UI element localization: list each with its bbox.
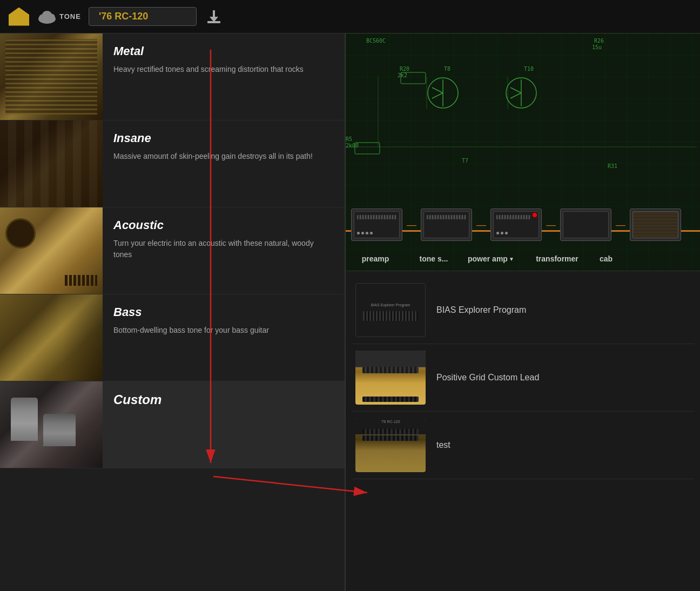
category-title-metal: Metal <box>113 44 334 58</box>
category-desc-acoustic: Turn your electric into an acoustic with… <box>113 238 334 260</box>
amp-thumb-pg-lead <box>355 351 426 405</box>
bias-explorer-label: BIAS Explorer Program <box>368 299 414 311</box>
svg-point-3 <box>42 11 52 19</box>
cab-img <box>632 211 678 238</box>
preamp-img <box>354 211 400 238</box>
cloud-icon <box>37 9 57 24</box>
category-title-custom: Custom <box>113 392 334 407</box>
chain-separator-1: — <box>407 219 416 231</box>
chain-label-preamp: preamp <box>351 254 400 263</box>
power-amp-dropdown-icon[interactable]: ▼ <box>509 256 514 262</box>
amp-list-item-bias-explorer[interactable]: BIAS Explorer Program BIAS Explorer Prog… <box>351 277 695 344</box>
amp-name-bias-explorer: BIAS Explorer Program <box>436 305 526 315</box>
amp-lead-grill <box>362 397 419 402</box>
category-title-acoustic: Acoustic <box>113 218 334 232</box>
amp-chain-row: — — <box>346 209 700 241</box>
category-info-custom: Custom <box>103 381 345 468</box>
home-icon[interactable] <box>9 8 29 26</box>
preset-name: '76 RC-120 <box>99 11 148 22</box>
category-desc-bass: Bottom-dwelling bass tone for your bass … <box>113 325 334 336</box>
category-thumb-acoustic <box>0 207 103 294</box>
tone-logo[interactable]: TONE <box>37 9 81 24</box>
circuit-lines <box>346 33 700 174</box>
amp-list-item-test[interactable]: '76 RC-120 test <box>351 412 695 479</box>
tone-stack-component[interactable] <box>421 209 472 241</box>
amp-list-area[interactable]: BIAS Explorer Program BIAS Explorer Prog… <box>346 271 700 591</box>
category-item-insane[interactable]: Insane Massive amount of skin-peeling ga… <box>0 120 345 207</box>
right-panel: BC560C R20 2k2 R5 2k00 R26 15u T8 T10 T7… <box>346 33 700 591</box>
category-desc-metal: Heavy rectified tones and screaming dist… <box>113 64 334 75</box>
transformer-img <box>563 211 609 238</box>
main-layout: Metal Heavy rectified tones and screamin… <box>0 33 700 591</box>
amp-name-pg-lead: Positive Grid Custom Lead <box>436 373 539 382</box>
amp-thumb-test: '76 RC-120 <box>355 418 426 472</box>
category-info-insane: Insane Massive amount of skin-peeling ga… <box>103 120 345 207</box>
chain-label-poweramp[interactable]: power amp ▼ <box>468 254 522 263</box>
chain-label-transformer: transformer <box>531 254 583 263</box>
bias-grill <box>363 311 418 321</box>
category-info-bass: Bass Bottom-dwelling bass tone for your … <box>103 294 345 381</box>
download-icon[interactable] <box>204 7 224 26</box>
amp-name-test: test <box>436 440 450 450</box>
category-thumb-metal <box>0 33 103 120</box>
power-amp-img <box>493 211 539 238</box>
tone-stack-img <box>423 211 469 238</box>
category-item-acoustic[interactable]: Acoustic Turn your electric into an acou… <box>0 207 345 294</box>
chain-separator-2: — <box>476 219 486 231</box>
category-thumb-bass <box>0 294 103 381</box>
category-desc-insane: Massive amount of skin-peeling gain dest… <box>113 151 334 162</box>
chain-separator-3: — <box>546 219 556 231</box>
category-thumb-insane <box>0 120 103 207</box>
chain-label-cab: cab <box>593 254 620 263</box>
category-info-metal: Metal Heavy rectified tones and screamin… <box>103 33 345 120</box>
category-item-custom[interactable]: Custom <box>0 381 345 468</box>
chain-labels-row: preamp tone s... power amp ▼ transformer… <box>351 254 700 263</box>
preamp-component[interactable] <box>351 209 402 241</box>
category-title-insane: Insane <box>113 131 334 145</box>
amp-list-item-pg-lead[interactable]: Positive Grid Custom Lead <box>351 344 695 412</box>
category-info-acoustic: Acoustic Turn your electric into an acou… <box>103 207 345 294</box>
amp-test-label-small: '76 RC-120 <box>362 420 419 424</box>
transformer-component[interactable] <box>560 209 611 241</box>
amp-test-grill <box>362 429 419 434</box>
chain-separator-4: — <box>616 219 625 231</box>
chain-label-tonestack: tone s... <box>409 254 458 263</box>
cab-component[interactable] <box>630 209 681 241</box>
category-item-bass[interactable]: Bass Bottom-dwelling bass tone for your … <box>0 294 345 381</box>
preset-name-bar[interactable]: '76 RC-120 <box>89 7 197 26</box>
power-amp-component[interactable] <box>490 209 542 241</box>
category-item-metal[interactable]: Metal Heavy rectified tones and screamin… <box>0 33 345 120</box>
tone-label: TONE <box>59 12 81 21</box>
left-panel: Metal Heavy rectified tones and screamin… <box>0 33 346 591</box>
category-title-bass: Bass <box>113 305 334 319</box>
svg-rect-5 <box>213 10 215 18</box>
header: TONE '76 RC-120 <box>0 0 700 33</box>
category-thumb-custom <box>0 381 103 468</box>
amp-thumb-bias-explorer: BIAS Explorer Program <box>355 283 426 337</box>
circuit-area: BC560C R20 2k2 R5 2k00 R26 15u T8 T10 T7… <box>346 33 700 271</box>
